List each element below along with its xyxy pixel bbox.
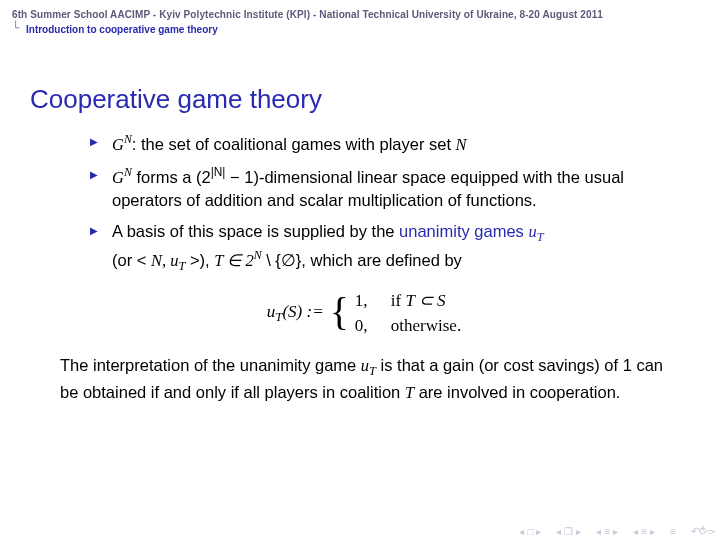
nav-slide[interactable]: ◂ □ ▸ [519, 526, 541, 537]
content-area: GN: the set of coalitional games with pl… [0, 125, 728, 404]
nav-frame[interactable]: ◂ ≡ ▸ [633, 526, 655, 537]
page-title: Cooperative game theory [0, 38, 728, 125]
breadcrumb: └Introduction to cooperative game theory [12, 23, 716, 36]
formula: uT(S) := { 1, if T ⊂ S 0, otherwise. [60, 289, 668, 337]
prev-sub-icon[interactable]: ◂ [596, 526, 601, 537]
conference-line: 6th Summer School AACIMP - Kyiv Polytech… [12, 8, 716, 21]
prev-frame-icon[interactable]: ◂ [633, 526, 638, 537]
prev-section-icon[interactable]: ◂ [556, 526, 561, 537]
undo-icon[interactable]: ↶⥀⤼ [691, 525, 714, 538]
prev-slide-icon[interactable]: ◂ [519, 526, 524, 537]
brace-icon: { [330, 296, 349, 328]
nav-footer: ◂ □ ▸ ◂ ❐ ▸ ◂ ≡ ▸ ◂ ≡ ▸ ≡ ↶⥀⤼ [519, 525, 714, 538]
next-slide-icon[interactable]: ▸ [536, 526, 541, 537]
slide-header: 6th Summer School AACIMP - Kyiv Polytech… [0, 0, 728, 38]
nav-subsection[interactable]: ◂ ≡ ▸ [596, 526, 618, 537]
bullet-1: GN: the set of coalitional games with pl… [90, 131, 668, 156]
bullet-2: GN forms a (2|N| − 1)-dimensional linear… [90, 164, 668, 212]
bullet-3: A basis of this space is supplied by the… [90, 220, 668, 275]
unanimity-link: unanimity games uT [399, 222, 543, 240]
interpretation-paragraph: The interpretation of the unanimity game… [60, 354, 668, 404]
frame-icon: ≡ [641, 526, 647, 537]
tree-icon: └ [12, 22, 26, 34]
back-icon[interactable]: ≡ [670, 526, 676, 537]
slide-icon: □ [527, 526, 533, 537]
section-label: Introduction to cooperative game theory [26, 24, 218, 35]
sub-icon: ≡ [604, 526, 610, 537]
next-frame-icon[interactable]: ▸ [650, 526, 655, 537]
next-section-icon[interactable]: ▸ [576, 526, 581, 537]
bullet-list: GN: the set of coalitional games with pl… [60, 131, 668, 275]
next-sub-icon[interactable]: ▸ [613, 526, 618, 537]
nav-section[interactable]: ◂ ❐ ▸ [556, 526, 581, 537]
section-icon: ❐ [564, 526, 573, 537]
